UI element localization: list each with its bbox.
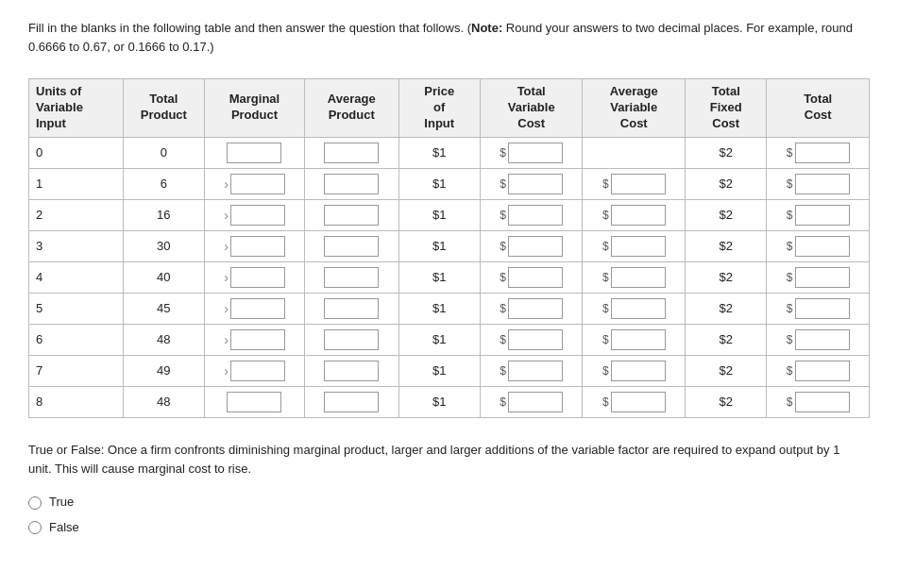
tvc-input[interactable]	[508, 361, 563, 381]
tc-input[interactable]	[795, 236, 850, 257]
marginal-product-input[interactable]	[230, 361, 285, 381]
cell-marginal-product[interactable]: ›	[205, 355, 305, 386]
cell-avc[interactable]: $	[583, 355, 686, 386]
option-true[interactable]: True	[28, 493, 859, 512]
cell-marginal-product[interactable]: ›	[205, 324, 305, 355]
tvc-input[interactable]	[508, 329, 563, 350]
tvc-input[interactable]	[508, 392, 563, 412]
avc-input[interactable]	[611, 205, 666, 226]
cell-price: $1	[398, 168, 480, 199]
tc-input[interactable]	[795, 329, 850, 350]
avc-input[interactable]	[611, 267, 666, 288]
option-false[interactable]: False	[28, 518, 859, 538]
marginal-product-input[interactable]	[230, 329, 285, 350]
tvc-input[interactable]	[508, 143, 563, 163]
cell-marginal-product[interactable]: ›	[205, 230, 305, 261]
cell-marginal-product[interactable]: ›	[205, 168, 305, 199]
cell-tc[interactable]: $	[767, 199, 870, 230]
avc-input[interactable]	[611, 329, 666, 350]
note-bold: Note:	[471, 21, 502, 35]
header-tc: Total Cost	[767, 79, 870, 138]
tc-input[interactable]	[795, 361, 850, 381]
cell-tc[interactable]: $	[767, 293, 870, 324]
avc-input[interactable]	[611, 361, 666, 381]
marginal-product-input[interactable]	[230, 236, 285, 257]
marginal-product-input[interactable]	[230, 298, 285, 319]
cell-tc[interactable]: $	[767, 137, 870, 168]
cell-avg-product[interactable]	[304, 293, 398, 324]
cell-tc[interactable]: $	[767, 324, 870, 355]
cell-tc[interactable]: $	[767, 355, 870, 386]
cell-marginal-product[interactable]: ›	[205, 293, 305, 324]
cell-tvc[interactable]: $	[480, 324, 583, 355]
cell-avc[interactable]: $	[583, 324, 686, 355]
cell-marginal-product[interactable]: ›	[205, 199, 305, 230]
marginal-product-input[interactable]	[227, 392, 281, 412]
avc-input[interactable]	[611, 392, 666, 412]
cell-units: 0	[29, 137, 124, 168]
avg-product-input[interactable]	[324, 205, 379, 226]
cell-tvc[interactable]: $	[480, 230, 583, 261]
cell-tc[interactable]: $	[767, 386, 870, 417]
cell-avc[interactable]: $	[583, 386, 686, 417]
avc-input[interactable]	[611, 174, 666, 194]
cell-avg-product[interactable]	[304, 230, 398, 261]
avg-product-input[interactable]	[324, 143, 379, 163]
cell-avc[interactable]: $	[583, 199, 686, 230]
marginal-product-input[interactable]	[227, 143, 281, 163]
radio-true[interactable]	[28, 496, 42, 510]
cell-tc[interactable]: $	[767, 261, 870, 293]
cell-tvc[interactable]: $	[480, 293, 583, 324]
marginal-product-input[interactable]	[230, 205, 285, 226]
cell-units: 7	[29, 355, 124, 386]
cell-avc[interactable]	[583, 137, 686, 168]
cell-tvc[interactable]: $	[480, 355, 583, 386]
header-total-product: Total Product	[123, 79, 204, 138]
avg-product-input[interactable]	[324, 298, 379, 319]
cell-tc[interactable]: $	[767, 230, 870, 261]
avc-input[interactable]	[611, 298, 666, 319]
cell-avc[interactable]: $	[583, 230, 686, 261]
tvc-input[interactable]	[508, 267, 563, 288]
cell-marginal-product[interactable]	[205, 386, 305, 417]
cell-avc[interactable]: $	[583, 293, 686, 324]
tc-input[interactable]	[795, 205, 850, 226]
tvc-input[interactable]	[508, 174, 563, 194]
cell-price: $1	[398, 293, 480, 324]
marginal-product-input[interactable]	[230, 174, 285, 194]
cell-avg-product[interactable]	[304, 137, 398, 168]
avc-input[interactable]	[611, 236, 666, 257]
avg-product-input[interactable]	[324, 392, 379, 412]
tc-input[interactable]	[795, 392, 850, 412]
cell-avg-product[interactable]	[304, 386, 398, 417]
cell-avg-product[interactable]	[304, 199, 398, 230]
cell-avg-product[interactable]	[304, 355, 398, 386]
cell-marginal-product[interactable]	[205, 137, 305, 168]
tvc-input[interactable]	[508, 236, 563, 257]
cell-avg-product[interactable]	[304, 168, 398, 199]
marginal-product-input[interactable]	[230, 267, 285, 288]
cell-tvc[interactable]: $	[480, 137, 583, 168]
tc-input[interactable]	[795, 174, 850, 194]
avg-product-input[interactable]	[324, 361, 379, 381]
cell-avc[interactable]: $	[583, 261, 686, 293]
cell-tc[interactable]: $	[767, 168, 870, 199]
avg-product-input[interactable]	[324, 329, 379, 350]
radio-false[interactable]	[28, 521, 42, 534]
cell-tvc[interactable]: $	[480, 168, 583, 199]
tc-input[interactable]	[795, 143, 850, 163]
tvc-input[interactable]	[508, 205, 563, 226]
avg-product-input[interactable]	[324, 236, 379, 257]
cell-avg-product[interactable]	[304, 324, 398, 355]
avg-product-input[interactable]	[324, 267, 379, 288]
cell-tvc[interactable]: $	[480, 261, 583, 293]
tc-input[interactable]	[795, 267, 850, 288]
cell-tvc[interactable]: $	[480, 386, 583, 417]
cell-marginal-product[interactable]: ›	[205, 261, 305, 293]
cell-avc[interactable]: $	[583, 168, 686, 199]
cell-tvc[interactable]: $	[480, 199, 583, 230]
tc-input[interactable]	[795, 298, 850, 319]
cell-avg-product[interactable]	[304, 261, 398, 293]
avg-product-input[interactable]	[324, 174, 379, 194]
tvc-input[interactable]	[508, 298, 563, 319]
